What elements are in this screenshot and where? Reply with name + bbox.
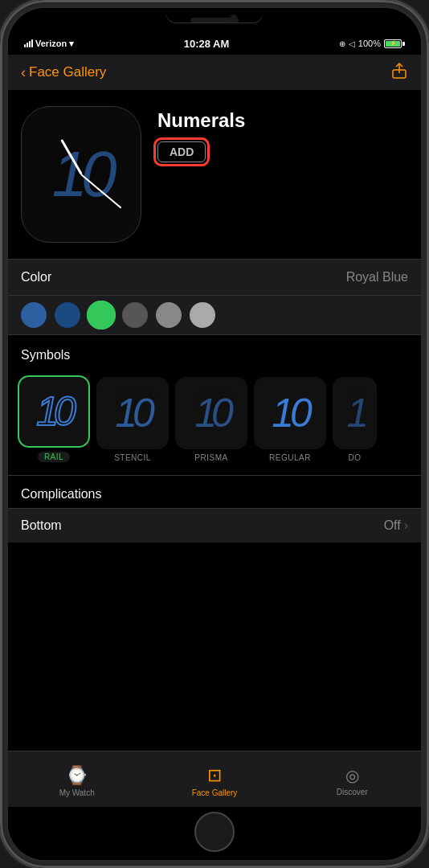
symbol-item-double[interactable]: 1 DO [333,377,377,462]
back-button[interactable]: ‹ Face Gallery [21,64,106,81]
navigation-bar: ‹ Face Gallery [8,55,421,90]
color-dot-5[interactable] [156,302,182,328]
watch-numeral-display: 10 [22,107,141,242]
battery-percent: 100% [358,39,381,48]
carrier-label: Verizon [35,39,67,48]
main-content: 10 Numerals ADD [8,90,421,751]
signal-bar-1 [24,44,26,47]
tab-face-gallery[interactable]: ⊡ Face Gallery [145,765,283,797]
my-watch-label: My Watch [59,788,95,797]
chevron-right-icon: › [404,518,408,533]
symbol-numeral-stencil: 10 [115,390,150,436]
color-dot-3[interactable] [88,302,114,328]
symbol-item-rail[interactable]: 10 RAIL [18,375,90,462]
color-value: Royal Blue [346,270,408,285]
home-button[interactable] [194,812,235,852]
home-indicator-area [8,807,421,860]
back-label: Face Gallery [29,64,106,80]
location-icon: ⊕ [339,39,345,48]
wifi-icon: ▾ [69,39,74,49]
complication-bottom-label: Bottom [21,518,62,533]
color-strip [8,295,421,334]
color-dot-2[interactable] [55,302,80,328]
tab-my-watch[interactable]: ⌚ My Watch [8,765,145,797]
symbol-numeral-box-prisma: 10 [175,377,247,449]
color-dot-1[interactable] [21,302,47,328]
share-button[interactable] [390,62,408,84]
battery-tip [402,42,405,46]
complication-bottom-value: Off › [384,518,408,533]
battery-icon: ⚡ [384,39,405,48]
symbol-numeral-box-regular: 10 [254,377,326,449]
color-label: Color [21,270,51,285]
face-gallery-icon: ⊡ [207,765,222,786]
hero-section: 10 Numerals ADD [8,90,421,259]
camera-dot [231,14,237,21]
symbol-badge-regular: REGULAR [269,453,311,462]
status-bar: Verizon ▾ 10:28 AM ⊕ ◁ 100% ⚡ [8,32,421,55]
bottom-spacer [8,542,421,559]
share-icon [390,62,408,80]
phone-frame: Verizon ▾ 10:28 AM ⊕ ◁ 100% ⚡ ‹ [0,0,429,868]
complication-bottom-text: Off [384,518,401,533]
bolt-icon: ⚡ [390,40,397,47]
symbol-badge-rail: RAIL [38,452,70,462]
tab-discover[interactable]: ◎ Discover [284,766,421,796]
screen: Verizon ▾ 10:28 AM ⊕ ◁ 100% ⚡ ‹ [8,8,421,860]
symbol-item-regular[interactable]: 10 REGULAR [254,377,326,462]
color-dot-4[interactable] [122,302,148,328]
symbol-numeral-prisma: 10 [194,390,228,436]
signal-bar-4 [31,39,33,47]
signal-bar-3 [29,41,31,47]
battery-body: ⚡ [384,39,402,48]
discover-label: Discover [337,788,368,796]
symbol-badge-prisma: PRISMA [194,453,227,462]
add-button[interactable]: ADD [157,141,206,162]
status-left: Verizon ▾ [24,39,74,49]
status-time: 10:28 AM [184,38,230,50]
signal-bars [24,39,33,47]
tab-bar: ⌚ My Watch ⊡ Face Gallery ◎ Discover [8,751,421,807]
symbol-badge-double: DO [349,453,362,462]
complications-header: Complications [8,476,421,508]
symbols-section: Symbols [8,334,421,369]
symbol-item-prisma[interactable]: 10 PRISMA [175,377,247,462]
discover-icon: ◎ [345,766,359,785]
my-watch-icon: ⌚ [66,765,88,786]
color-section: Color Royal Blue [8,259,421,334]
symbol-numeral-box-stencil: 10 [96,377,169,449]
color-dot-6[interactable] [190,302,215,328]
complications-title: Complications [21,487,101,501]
symbol-numeral-double: 1 [347,390,363,436]
symbol-item-stencil[interactable]: 10 STENCIL [96,377,169,462]
color-row[interactable]: Color Royal Blue [8,260,421,295]
watch-face-preview: 10 [21,106,141,243]
symbols-header-label: Symbols [21,348,70,362]
signal-bar-2 [27,43,28,47]
hero-info: Numerals ADD [157,106,408,162]
symbols-strip: 10 RAIL 10 STENCIL 10 PRISMA [8,369,421,475]
back-chevron-icon: ‹ [21,64,26,81]
face-gallery-label: Face Gallery [192,788,238,797]
symbol-numeral-regular: 10 [272,390,308,436]
complication-bottom-row[interactable]: Bottom Off › [8,508,421,542]
symbol-numeral-box-double: 1 [333,377,377,449]
symbol-badge-stencil: STENCIL [114,453,151,462]
status-right: ⊕ ◁ 100% ⚡ [339,39,405,48]
alarm-icon: ◁ [349,39,355,48]
symbol-numeral-box-rail: 10 [18,375,90,448]
complications-section: Complications Bottom Off › [8,475,421,542]
hero-title: Numerals [157,109,408,132]
notch-area [8,8,421,32]
symbol-numeral-rail: 10 [36,388,72,435]
